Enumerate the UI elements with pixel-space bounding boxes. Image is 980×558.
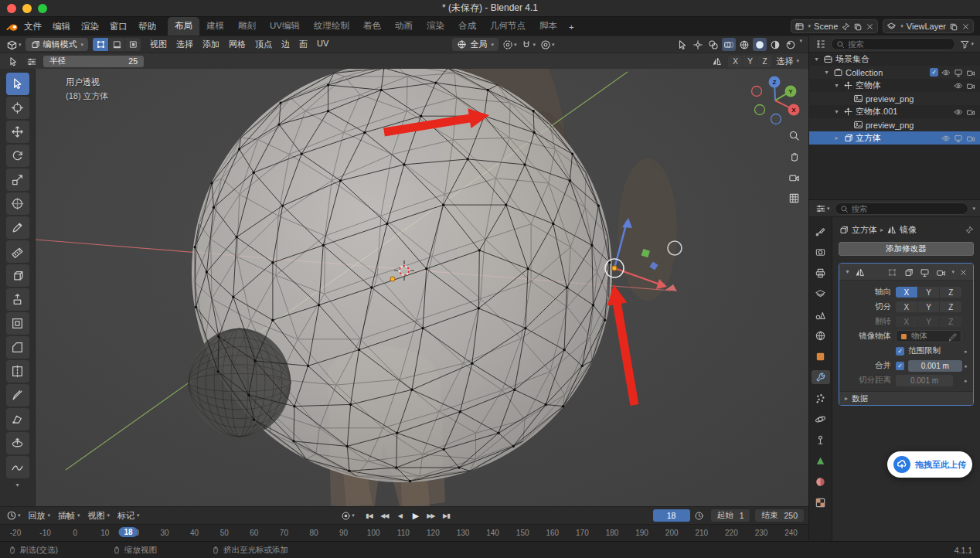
upload-overlay-button[interactable]: 拖拽至此上传 [887, 451, 972, 478]
eye-icon[interactable] [954, 81, 963, 90]
eye-icon[interactable] [941, 68, 951, 77]
pivot-button[interactable]: ▾ [501, 38, 519, 51]
prev-keyframe-button[interactable]: ◀◀ [377, 509, 392, 522]
viewport-menu-item[interactable]: 网格 [224, 37, 250, 52]
viewport-menu-item[interactable]: UV [312, 37, 333, 52]
tool-cursor[interactable] [6, 97, 29, 119]
viewport-canvas[interactable]: XYZ [36, 69, 808, 506]
timeline-menu-item[interactable]: 插帧▾ [54, 509, 84, 523]
expander-icon[interactable]: ▾ [812, 56, 821, 63]
tab-material[interactable] [812, 475, 830, 488]
breadcrumb-modifier[interactable]: 镜像 [900, 224, 917, 236]
outliner-row[interactable]: ▾场景集合 [809, 53, 980, 66]
axis-toggle-z[interactable]: Z [940, 316, 961, 327]
add-modifier-button[interactable]: 添加修改器 [839, 242, 974, 256]
properties-editor-type-button[interactable]: ▾ [814, 202, 832, 215]
fullscreen-window-button[interactable] [38, 4, 47, 13]
menubar-menu-item[interactable]: 渲染 [76, 19, 104, 35]
workspace-tab[interactable]: 渲染 [420, 17, 451, 36]
minimize-window-button[interactable] [22, 4, 32, 13]
viewport-menu-item[interactable]: 视图 [145, 37, 172, 52]
on-cage-toggle[interactable] [886, 265, 899, 278]
tab-constraints[interactable] [812, 433, 830, 447]
shading-options-dropdown[interactable]: ▾ [800, 38, 803, 51]
render-display-toggle[interactable] [934, 265, 948, 278]
symmetry-x-toggle[interactable]: X [728, 56, 742, 67]
decorator-dot[interactable]: ● [961, 378, 969, 383]
tab-particles[interactable] [812, 391, 830, 405]
symmetry-z-toggle[interactable]: Z [757, 56, 771, 67]
axis-toggle-x[interactable]: X [896, 316, 917, 327]
axis-toggle-y[interactable]: Y [918, 301, 940, 312]
shading-material-button[interactable] [768, 38, 782, 51]
menubar-menu-item[interactable]: 编辑 [47, 19, 76, 35]
outliner-filter-button[interactable]: ▾ [958, 37, 975, 50]
expander-icon[interactable]: ▸ [832, 134, 841, 141]
frame-start-field[interactable]: 起始 1 [711, 509, 750, 522]
workspace-tab[interactable]: 合成 [451, 17, 483, 36]
zoom-button[interactable] [787, 129, 801, 142]
merge-checkbox[interactable]: ✓ [896, 362, 904, 370]
mode-selector[interactable]: 编辑模式 ▾ [26, 38, 89, 51]
tool-measure[interactable] [6, 240, 29, 263]
play-reverse-button[interactable]: ◀ [393, 509, 407, 522]
shading-render-button[interactable] [784, 38, 798, 51]
tab-render[interactable] [812, 245, 830, 259]
timeline-ruler[interactable]: -20-100102030405060708090100110120130140… [0, 524, 808, 541]
eyedropper-icon[interactable] [948, 332, 958, 342]
mirror-object-field[interactable]: 物体 [896, 330, 961, 342]
next-keyframe-button[interactable]: ▶▶ [424, 509, 438, 522]
tab-data[interactable] [812, 454, 830, 468]
tool-bevel[interactable] [6, 336, 29, 359]
overlays-button[interactable] [706, 38, 720, 51]
shading-wire-button[interactable] [737, 38, 751, 51]
vertex-mode-button[interactable] [93, 38, 108, 51]
expand-modifier-icon[interactable]: ▾ [843, 268, 852, 275]
outliner-search[interactable] [831, 38, 955, 50]
viewlayer-selector[interactable]: ▾ ViewLayer [883, 19, 974, 33]
scene-selector[interactable]: ▾ Scene [791, 19, 879, 33]
screen-icon[interactable] [954, 68, 963, 77]
timeline-menu-item[interactable]: 回放▾ [25, 509, 55, 523]
axis-toggle-y[interactable]: Y [918, 316, 940, 327]
tool-tweak-select[interactable] [6, 73, 29, 95]
outliner-row[interactable]: preview_png [809, 92, 980, 105]
delete-modifier-button[interactable] [958, 265, 969, 278]
transform-orientation[interactable]: 全局 ▾ [452, 38, 499, 51]
proportional-button[interactable]: ▾ [539, 38, 556, 51]
edge-mode-button[interactable] [109, 38, 124, 51]
viewport-menu-item[interactable]: 面 [294, 37, 312, 52]
expander-icon[interactable]: ▾ [822, 69, 831, 76]
hand-button[interactable] [787, 150, 801, 163]
camera-render-icon[interactable] [966, 81, 975, 90]
tool-knife[interactable] [6, 384, 29, 407]
axis-toggle-x[interactable]: X [896, 287, 917, 298]
tool-annotate[interactable] [6, 216, 29, 239]
tool-spin[interactable] [6, 432, 29, 454]
breadcrumb-object[interactable]: 立方体 [852, 224, 877, 236]
tool-move[interactable] [6, 121, 29, 143]
close-window-button[interactable] [7, 4, 16, 13]
camera-render-icon[interactable] [966, 68, 975, 77]
camera-view-button[interactable] [787, 171, 801, 184]
use-preview-range-toggle[interactable] [692, 509, 706, 522]
camera-render-icon[interactable] [966, 134, 975, 143]
blender-logo-icon[interactable] [6, 21, 19, 33]
viewport-menu-item[interactable]: 边 [277, 37, 294, 52]
outliner-row[interactable]: ▾空物体 [809, 79, 980, 92]
tool-inset[interactable] [6, 312, 29, 335]
axis-toggle-z[interactable]: Z [940, 287, 961, 298]
viewport-menu-item[interactable]: 添加 [198, 37, 224, 52]
current-frame-field[interactable]: 18 [653, 509, 690, 522]
chevron-down-icon[interactable]: ▾ [972, 206, 975, 212]
toolbar-expand-icon[interactable]: ▾ [15, 481, 19, 488]
clipping-checkbox[interactable]: ✓ [896, 347, 904, 356]
workspace-tab[interactable]: 建模 [199, 17, 231, 36]
outliner-row[interactable]: ▾Collection✓ [809, 66, 980, 79]
edit-mode-display-toggle[interactable] [902, 265, 915, 278]
tool-transform[interactable] [6, 192, 29, 215]
expander-icon[interactable]: ▾ [832, 108, 841, 115]
timeline-menu-item[interactable]: 视图▾ [84, 509, 114, 523]
timeline-editor-type-button[interactable]: ▾ [5, 509, 22, 522]
play-button[interactable]: ▶ [408, 509, 423, 522]
